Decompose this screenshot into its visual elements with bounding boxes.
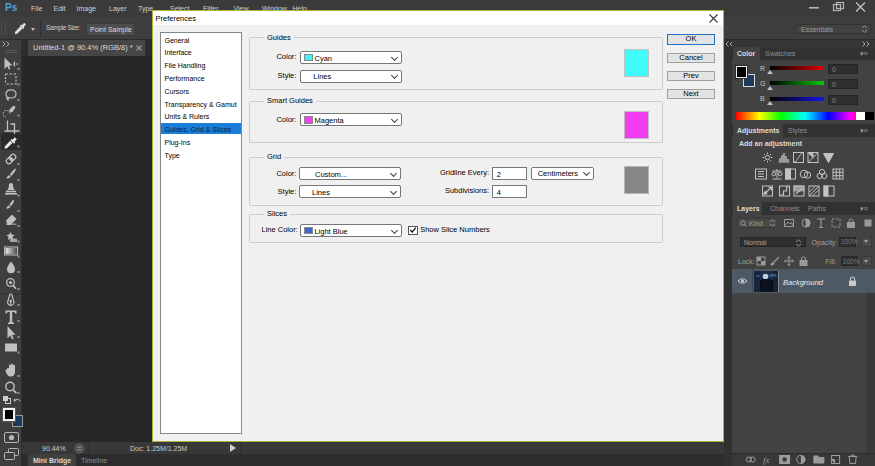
svg-text:fx: fx [763, 455, 770, 465]
